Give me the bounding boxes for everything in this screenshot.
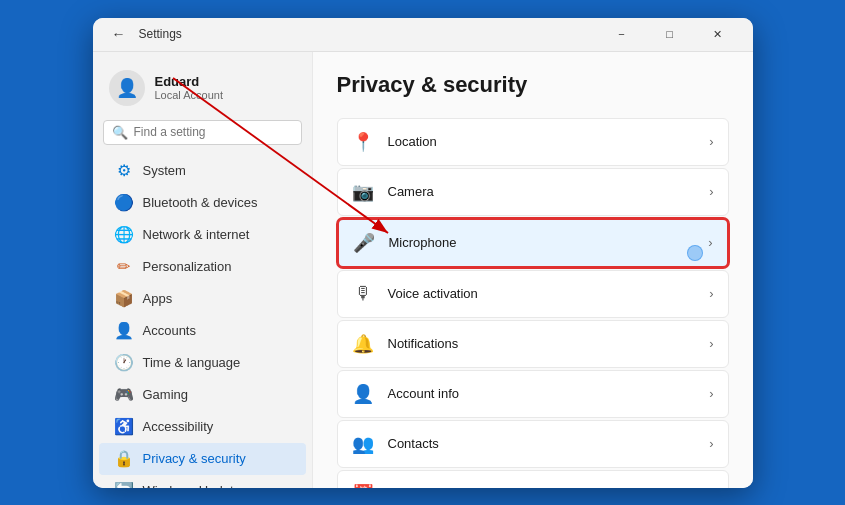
update-icon: 🔄 [115,482,133,488]
sidebar-item-network[interactable]: 🌐 Network & internet [99,219,306,251]
titlebar: ← Settings − □ ✕ [93,18,753,52]
accounts-icon: 👤 [115,322,133,340]
accessibility-icon: ♿ [115,418,133,436]
search-icon: 🔍 [112,125,128,140]
system-icon: ⚙ [115,162,133,180]
sidebar: 👤 Eduard Local Account 🔍 ⚙ System 🔵 Blue… [93,52,313,488]
sidebar-label-network: Network & internet [143,227,250,242]
nav-list: ⚙ System 🔵 Bluetooth & devices 🌐 Network… [93,155,312,488]
sidebar-label-time: Time & language [143,355,241,370]
window-controls: − □ ✕ [599,18,741,52]
minimize-button[interactable]: − [599,18,645,52]
calendar-icon: 📅 [352,483,374,488]
contacts-icon: 👥 [352,433,374,455]
sidebar-item-time[interactable]: 🕐 Time & language [99,347,306,379]
microphone-icon: 🎤 [353,232,375,254]
window-title: Settings [139,27,182,41]
location-chevron: › [709,134,713,149]
sidebar-item-accounts[interactable]: 👤 Accounts [99,315,306,347]
cursor-indicator [687,245,703,261]
time-icon: 🕐 [115,354,133,372]
bluetooth-icon: 🔵 [115,194,133,212]
camera-icon: 📷 [352,181,374,203]
maximize-button[interactable]: □ [647,18,693,52]
sidebar-label-accessibility: Accessibility [143,419,214,434]
sidebar-item-apps[interactable]: 📦 Apps [99,283,306,315]
sidebar-item-gaming[interactable]: 🎮 Gaming [99,379,306,411]
calendar-label: Calendar [388,486,696,488]
settings-item-microphone[interactable]: 🎤 Microphone › [337,218,729,268]
sidebar-label-privacy: Privacy & security [143,451,246,466]
settings-item-camera[interactable]: 📷 Camera › [337,168,729,216]
account-info-chevron: › [709,386,713,401]
sidebar-item-accessibility[interactable]: ♿ Accessibility [99,411,306,443]
microphone-chevron: › [708,235,712,250]
sidebar-label-bluetooth: Bluetooth & devices [143,195,258,210]
settings-item-voice[interactable]: 🎙 Voice activation › [337,270,729,318]
notifications-icon: 🔔 [352,333,374,355]
settings-list: 📍 Location › 📷 Camera › 🎤 Microphone › 🎙… [337,118,729,488]
apps-icon: 📦 [115,290,133,308]
notifications-label: Notifications [388,336,696,351]
contacts-chevron: › [709,436,713,451]
location-label: Location [388,134,696,149]
avatar: 👤 [109,70,145,106]
settings-item-account-info[interactable]: 👤 Account info › [337,370,729,418]
privacy-icon: 🔒 [115,450,133,468]
sidebar-item-system[interactable]: ⚙ System [99,155,306,187]
voice-label: Voice activation [388,286,696,301]
network-icon: 🌐 [115,226,133,244]
gaming-icon: 🎮 [115,386,133,404]
search-box[interactable]: 🔍 [103,120,302,145]
sidebar-item-bluetooth[interactable]: 🔵 Bluetooth & devices [99,187,306,219]
sidebar-label-gaming: Gaming [143,387,189,402]
back-button[interactable]: ← [105,20,133,48]
settings-item-contacts[interactable]: 👥 Contacts › [337,420,729,468]
settings-window: ← Settings − □ ✕ 👤 Eduard Local Account [93,18,753,488]
sidebar-label-update: Windows Update [143,483,241,488]
settings-item-location[interactable]: 📍 Location › [337,118,729,166]
sidebar-label-system: System [143,163,186,178]
voice-chevron: › [709,286,713,301]
main-content: Privacy & security 📍 Location › 📷 Camera… [313,52,753,488]
user-role: Local Account [155,89,224,101]
sidebar-item-privacy[interactable]: 🔒 Privacy & security [99,443,306,475]
calendar-chevron: › [709,486,713,488]
sidebar-label-apps: Apps [143,291,173,306]
location-icon: 📍 [352,131,374,153]
camera-chevron: › [709,184,713,199]
account-info-icon: 👤 [352,383,374,405]
camera-label: Camera [388,184,696,199]
sidebar-item-personalization[interactable]: ✏ Personalization [99,251,306,283]
user-section[interactable]: 👤 Eduard Local Account [93,60,312,120]
search-input[interactable] [134,125,293,139]
notifications-chevron: › [709,336,713,351]
voice-icon: 🎙 [352,283,374,305]
close-button[interactable]: ✕ [695,18,741,52]
user-info: Eduard Local Account [155,74,224,101]
microphone-label: Microphone [389,235,695,250]
sidebar-label-accounts: Accounts [143,323,196,338]
contacts-label: Contacts [388,436,696,451]
settings-item-notifications[interactable]: 🔔 Notifications › [337,320,729,368]
user-name: Eduard [155,74,224,89]
sidebar-label-personalization: Personalization [143,259,232,274]
sidebar-item-update[interactable]: 🔄 Windows Update [99,475,306,488]
personalization-icon: ✏ [115,258,133,276]
account-info-label: Account info [388,386,696,401]
content-area: 👤 Eduard Local Account 🔍 ⚙ System 🔵 Blue… [93,52,753,488]
page-title: Privacy & security [337,72,729,98]
settings-item-calendar[interactable]: 📅 Calendar › [337,470,729,488]
